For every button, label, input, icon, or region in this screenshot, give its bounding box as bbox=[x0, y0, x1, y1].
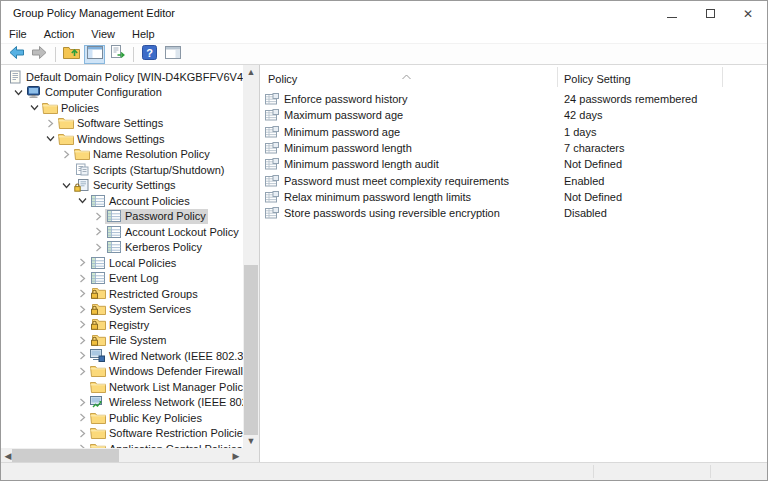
table-row[interactable]: Minimum password age1 days bbox=[260, 124, 767, 140]
menu-action[interactable]: Action bbox=[44, 28, 75, 40]
menu-file[interactable]: File bbox=[9, 28, 27, 40]
tree-item[interactable]: Windows Settings bbox=[1, 131, 243, 147]
wired-network-icon bbox=[89, 349, 106, 362]
policy-item-icon bbox=[265, 93, 280, 105]
chevron-right-icon[interactable] bbox=[91, 212, 105, 221]
tree-item[interactable]: Local Policies bbox=[1, 255, 243, 271]
tree-vertical-scrollbar[interactable]: ▲ ▼ bbox=[243, 65, 259, 448]
policy-item-icon bbox=[265, 207, 280, 219]
tree-item[interactable]: Registry bbox=[1, 317, 243, 333]
tree-item[interactable]: Default Domain Policy [WIN-D4KGBFFV6V4.O… bbox=[1, 69, 243, 85]
menubar: FileActionViewHelp bbox=[1, 25, 767, 44]
console-tree-toggle-icon bbox=[87, 45, 103, 63]
tree-item[interactable]: Network List Manager Policies bbox=[1, 379, 243, 395]
tree-item[interactable]: Name Resolution Policy bbox=[1, 147, 243, 163]
table-row[interactable]: Minimum password length7 characters bbox=[260, 140, 767, 156]
policy-table-icon bbox=[105, 210, 122, 222]
policy-setting-value: Disabled bbox=[557, 207, 767, 219]
chevron-down-icon[interactable] bbox=[59, 181, 73, 190]
chevron-down-icon[interactable] bbox=[11, 88, 25, 97]
statusbar bbox=[1, 462, 767, 480]
chevron-right-icon[interactable] bbox=[91, 243, 105, 252]
tree-item[interactable]: Wired Network (IEEE 802.3) Pol bbox=[1, 348, 243, 364]
chevron-right-icon[interactable] bbox=[75, 258, 89, 267]
tree-item[interactable]: Security Settings bbox=[1, 178, 243, 194]
tree-item[interactable]: Public Key Policies bbox=[1, 410, 243, 426]
chevron-right-icon[interactable] bbox=[75, 351, 89, 360]
forward-button[interactable] bbox=[29, 45, 50, 64]
column-header-policy-setting[interactable]: Policy Setting bbox=[564, 73, 631, 85]
export-list-button[interactable] bbox=[107, 45, 128, 64]
close-button[interactable]: ✕ bbox=[729, 1, 767, 25]
tree-item[interactable]: Wireless Network (IEEE 802.11) bbox=[1, 395, 243, 411]
table-row[interactable]: Enforce password history24 passwords rem… bbox=[260, 91, 767, 107]
chevron-down-icon[interactable] bbox=[43, 134, 57, 143]
policy-table-icon bbox=[89, 257, 106, 269]
back-button[interactable] bbox=[6, 45, 27, 64]
toolbar: ? bbox=[1, 44, 767, 65]
scroll-up-icon[interactable]: ▲ bbox=[243, 65, 259, 79]
table-row[interactable]: Relax minimum password length limitsNot … bbox=[260, 189, 767, 205]
statusbar-divider bbox=[593, 465, 594, 478]
chevron-right-icon[interactable] bbox=[75, 367, 89, 376]
chevron-right-icon[interactable] bbox=[75, 429, 89, 438]
column-divider[interactable] bbox=[722, 67, 723, 87]
policy-list: Enforce password history24 passwords rem… bbox=[260, 91, 767, 221]
tree-item[interactable]: Computer Configuration bbox=[1, 85, 243, 101]
tree-item[interactable]: Account Policies bbox=[1, 193, 243, 209]
show-action-pane-button[interactable] bbox=[162, 45, 183, 64]
tree-item[interactable]: Software Settings bbox=[1, 116, 243, 132]
chevron-right-icon[interactable] bbox=[59, 150, 73, 159]
chevron-right-icon[interactable] bbox=[75, 398, 89, 407]
tree: Default Domain Policy [WIN-D4KGBFFV6V4.O… bbox=[1, 65, 243, 448]
policy-list-pane: Policy Policy Setting Enforce password h… bbox=[260, 65, 767, 464]
table-row[interactable]: Minimum password length auditNot Defined bbox=[260, 156, 767, 172]
forward-icon bbox=[31, 45, 48, 64]
chevron-down-icon[interactable] bbox=[27, 103, 41, 112]
chevron-right-icon[interactable] bbox=[75, 413, 89, 422]
chevron-right-icon[interactable] bbox=[43, 119, 57, 128]
column-divider[interactable] bbox=[557, 67, 558, 87]
chevron-right-icon[interactable] bbox=[75, 305, 89, 314]
tree-item[interactable]: Password Policy bbox=[1, 209, 243, 225]
menu-help[interactable]: Help bbox=[132, 28, 155, 40]
show-console-tree-button[interactable] bbox=[84, 45, 105, 64]
tree-item[interactable]: Application Control Policies bbox=[1, 441, 243, 448]
scroll-down-icon[interactable]: ▼ bbox=[243, 434, 259, 448]
tree-item-label: Password Policy bbox=[125, 210, 206, 222]
tree-item[interactable]: System Services bbox=[1, 302, 243, 318]
chevron-right-icon[interactable] bbox=[75, 320, 89, 329]
tree-item[interactable]: Software Restriction Policies bbox=[1, 426, 243, 442]
chevron-right-icon[interactable] bbox=[75, 336, 89, 345]
chevron-down-icon[interactable] bbox=[75, 196, 89, 205]
tree-item[interactable]: Event Log bbox=[1, 271, 243, 287]
help-button[interactable]: ? bbox=[139, 45, 160, 64]
tree-item-label: Kerberos Policy bbox=[125, 241, 202, 253]
chevron-right-icon[interactable] bbox=[91, 227, 105, 236]
tree-item[interactable]: Policies bbox=[1, 100, 243, 116]
tree-item[interactable]: Kerberos Policy bbox=[1, 240, 243, 256]
up-one-level-button[interactable] bbox=[61, 45, 82, 64]
console-root-icon bbox=[6, 70, 23, 84]
table-row[interactable]: Store passwords using reversible encrypt… bbox=[260, 205, 767, 221]
tree-item[interactable]: File System bbox=[1, 333, 243, 349]
tree-item[interactable]: Scripts (Startup/Shutdown) bbox=[1, 162, 243, 178]
tree-item[interactable]: Restricted Groups bbox=[1, 286, 243, 302]
chevron-right-icon[interactable] bbox=[75, 274, 89, 283]
minimize-icon bbox=[667, 4, 677, 22]
column-header-policy[interactable]: Policy bbox=[268, 73, 297, 85]
menu-view[interactable]: View bbox=[91, 28, 115, 40]
policy-name: Minimum password length bbox=[284, 142, 412, 154]
vertical-scroll-thumb[interactable] bbox=[244, 265, 258, 435]
folder-lock-icon bbox=[89, 287, 106, 300]
tree-item[interactable]: Account Lockout Policy bbox=[1, 224, 243, 240]
folder-icon bbox=[41, 102, 58, 114]
table-row[interactable]: Maximum password age42 days bbox=[260, 107, 767, 123]
tree-item[interactable]: Windows Defender Firewall wit bbox=[1, 364, 243, 380]
table-row[interactable]: Password must meet complexity requiremen… bbox=[260, 172, 767, 188]
chevron-right-icon[interactable] bbox=[75, 289, 89, 298]
minimize-button[interactable] bbox=[653, 1, 691, 25]
horizontal-scroll-thumb[interactable] bbox=[12, 449, 119, 463]
maximize-button[interactable] bbox=[691, 1, 729, 25]
tree-item-label: Windows Settings bbox=[77, 133, 164, 145]
